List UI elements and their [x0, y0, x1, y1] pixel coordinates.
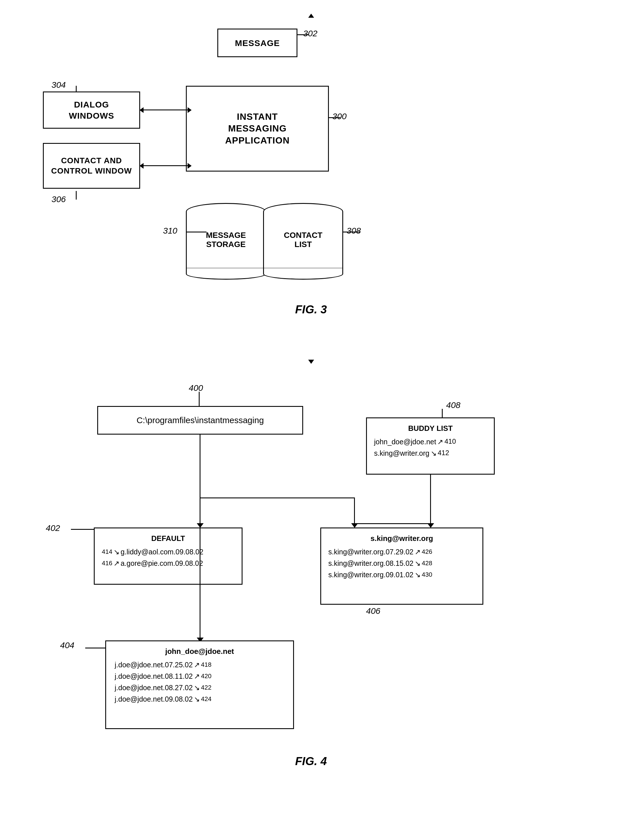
ref-406: 406	[366, 606, 380, 616]
arrow-dialog-ima	[143, 110, 188, 110]
arrow-msgstorage-ima	[23, 109, 24, 140]
default-item-1: 416 ↗ a.gore@pie.com.09.08.02	[102, 557, 235, 569]
leader-308	[343, 231, 360, 233]
leader-310	[186, 231, 206, 233]
buddy-list-title: BUDDY LIST	[374, 423, 487, 435]
arrow-msg-to-ima	[23, 17, 24, 46]
root-down-line	[200, 435, 200, 498]
h-split-line	[200, 498, 354, 498]
ref-400: 400	[189, 383, 203, 393]
arrow-ima-msgstorage	[23, 46, 24, 77]
ref-310: 310	[163, 226, 177, 236]
default-item-0: 414 ↘ g.liddy@aol.com.09.08.02	[102, 546, 235, 557]
sking-box: s.king@writer.org s.king@writer.org.07.2…	[320, 528, 483, 605]
arrowhead-buddy-sking	[427, 523, 434, 528]
root-box: C:\programfiles\instantmessaging	[97, 406, 303, 435]
page-container: MESSAGE 302 INSTANT MESSAGING APPLICATIO…	[0, 0, 622, 840]
fig3-diagram: MESSAGE 302 INSTANT MESSAGING APPLICATIO…	[23, 17, 599, 360]
center-down-to-jdoe	[200, 498, 200, 641]
jdoe-title: john_doe@jdoe.net	[115, 645, 285, 657]
default-box: DEFAULT 414 ↘ g.liddy@aol.com.09.08.02 4…	[94, 528, 242, 585]
arrow-ima-contactlist	[23, 77, 24, 109]
sking-title: s.king@writer.org	[328, 533, 475, 545]
fig3-caption: FIG. 3	[23, 303, 599, 316]
sking-item-0: s.king@writer.org.07.29.02 ↗ 426	[328, 546, 475, 557]
fig4-caption: FIG. 4	[23, 755, 599, 768]
buddy-h-line	[355, 523, 431, 524]
ref-302: 302	[303, 29, 317, 38]
buddy-list-box: BUDDY LIST john_doe@jdoe.net ↗ 410 s.kin…	[366, 417, 495, 475]
fig4-diagram: 400 C:\programfiles\instantmessaging 408…	[23, 383, 599, 826]
leader-400	[199, 392, 200, 406]
sking-item-1: s.king@writer.org.08.15.02 ↘ 428	[328, 557, 475, 569]
ref-304: 304	[52, 80, 66, 90]
sking-item-2: s.king@writer.org.09.01.02 ↘ 430	[328, 569, 475, 580]
jdoe-item-2: j.doe@jdoe.net.08.27.02 ↘ 422	[115, 682, 285, 693]
ref-402: 402	[46, 523, 60, 533]
buddy-to-sking-line	[430, 475, 431, 523]
jdoe-item-3: j.doe@jdoe.net.09.08.02 ↘ 424	[115, 693, 285, 705]
jdoe-item-0: j.doe@jdoe.net.07.25.02 ↗ 418	[115, 659, 285, 670]
buddy-item-0: john_doe@jdoe.net ↗ 410	[374, 436, 487, 447]
jdoe-item-1: j.doe@jdoe.net.08.11.02 ↗ 420	[115, 670, 285, 682]
msgstorage-body: MESSAGE STORAGE	[186, 212, 266, 269]
ref-306: 306	[52, 195, 66, 204]
leader-404	[85, 648, 105, 648]
default-title: DEFAULT	[102, 533, 235, 545]
arrow-ccw-ima	[143, 165, 188, 166]
buddy-item-1: s.king@writer.org ↘ 412	[374, 447, 487, 459]
dialog-box: DIALOG WINDOWS	[43, 91, 140, 129]
leader-408	[442, 409, 443, 417]
jdoe-box: john_doe@jdoe.net j.doe@jdoe.net.07.25.0…	[105, 641, 294, 729]
contactlist-bottom	[263, 268, 343, 280]
message-box: MESSAGE	[217, 29, 297, 57]
ref-408: 408	[446, 400, 460, 410]
arrow-contactlist-ima	[23, 140, 24, 172]
ccw-box: CONTACT AND CONTROL WINDOW	[43, 143, 140, 189]
leader-402	[71, 529, 94, 530]
ref-308: 308	[347, 226, 361, 236]
contactlist-body: CONTACT LIST	[263, 212, 343, 269]
ima-box: INSTANT MESSAGING APPLICATION	[186, 86, 329, 172]
right-branch-line	[354, 498, 355, 526]
msgstorage-bottom	[186, 268, 266, 280]
ref-300: 300	[332, 111, 347, 121]
ref-404: 404	[60, 641, 74, 650]
